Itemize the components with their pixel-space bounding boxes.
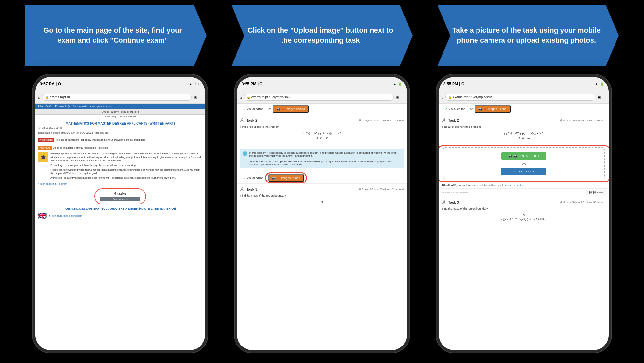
step1-text: Go to the main page of the site, find yo… [35,26,190,46]
phone2-menu-icon[interactable]: ⋮ [401,95,404,99]
step3-arrow: Take a picture of the task using your mo… [437,5,619,66]
phone1-exam-title: MATHEMATICS FOR MASTER DEGREE APPLICANTS… [38,122,202,125]
phone1-tasks-oval: 4 tasks Continue exam [94,188,146,204]
phone2-signal: ▲ 🔋 [393,82,402,86]
phone2-status-bar: 3:55 PM | O ▲ 🔋 [237,77,407,91]
phone2-info-icon: i [243,151,247,156]
phone3-attention-text: Attention! If you want to enter a soluti… [439,182,609,188]
phone2-task3-timer: 0 days 00 hour 03 minute 51 second [359,188,404,191]
step3-text: Take a picture of the task using your mo… [450,26,603,46]
phone2-images-upload-label2: 🔺 Images upload [277,176,300,180]
phone1-support2[interactable]: ● Техподдержка в телеграм [49,214,82,217]
phone3-task3-timer: 0 days 00 hour 03 minute 36 second [560,201,605,204]
phone2-task3-block: A Task 3 0 days 00 hour 03 minute 51 sec… [237,184,407,209]
phone1-note-label: Please note! [38,138,54,142]
phone1-wrapper: 3:57 PM | O ▲ ☆ □ ⌂ 🔒 exams.mipt.ru ▣ ⋮ [26,74,214,353]
phone1-note-block: Please note! The use of translators (esp… [38,136,202,143]
phone1-exam2-row: 🇬🇧 ● Техподдержка в телеграм [38,212,202,220]
phone2-task3-title: Task 3 [247,187,257,191]
phone3-home-icon[interactable]: ⌂ [442,95,444,99]
phone3-task3-math: G = {(x,y,z) ∈ ℝ³ : √(x²+y²) < z < 1 + 2… [442,213,605,222]
phone3-visual-editor-btn[interactable]: ✓ Visual editor [442,106,468,112]
phone1-exam-closed: Exam registration is closed [35,115,205,119]
phone3-use-editor-link[interactable]: use the editor. [508,184,524,187]
phone1-content: Info OWN Exams AIQ Document▾ ● — професс… [35,104,205,350]
phone2-task3-header: A Task 3 0 days 00 hour 03 minute 51 sec… [240,186,404,192]
phone3-images-upload-btn-top[interactable]: 📷 🔺 Images upload [475,105,511,113]
phone1-browser-bar[interactable]: ⌂ 🔒 exams.mipt.ru ▣ ⋮ [35,91,205,104]
phone1-menu-icon[interactable]: ⋮ [199,95,202,99]
phone3-math-formula: { y"(x) = 4/3 y'(x) = 4y(x), x > 0 y(+0)… [442,131,605,140]
phone3-problem-text: Find all solutions to the problem [442,125,605,129]
phone3-task2-header: A Task 2 0 days 00 hour 03 minute 36 sec… [442,117,605,123]
phone3-lock-icon: 🔒 [448,96,452,99]
phone2-images-upload-btn-top[interactable]: 📷 🔺 Images upload [273,105,309,113]
phone2-info-block: i In this problem it is necessary to pre… [237,145,407,172]
phone2-home-icon[interactable]: ⌂ [240,95,242,99]
phone2-toolbar-bottom: ✓ Visual editor 📷 🔺 Images upload [237,172,407,184]
phones-section: 3:57 PM | O ▲ ☆ □ ⌂ 🔒 exams.mipt.ru ▣ ⋮ [0,71,644,362]
phone2-images-upload-btn-bottom[interactable]: 📷 🔺 Images upload [268,174,304,182]
phone1-frame: 3:57 PM | O ▲ ☆ □ ⌂ 🔒 exams.mipt.ru ▣ ⋮ [33,74,208,353]
phone2-lock-icon: 🔒 [247,96,250,99]
phone2-content: ✓ Visual editor or 📷 🔺 Images upload A T… [237,104,407,350]
phone2-url-bar[interactable]: 🔒 exams.mipt.ru/olympic/solv... [244,94,394,101]
phone2-task2-title: Task 2 [247,118,257,122]
phone1-home-icon[interactable]: ⌂ [38,95,40,99]
phone2-frame: 3:55 PM | O ▲ 🔋 ⌂ 🔒 exams.mipt.ru/olympi… [235,74,409,353]
phone3-status-bar: 3:55 PM | O ▲ 🔋 [439,77,609,91]
step3-shape: Take a picture of the task using your mo… [437,5,619,66]
phone3-or-label: OR [522,162,526,165]
phone1-avatar: 🎓 [38,152,48,162]
phone1-tabs-icon[interactable]: ▣ [194,95,197,99]
phone2-visual-editor-btn2[interactable]: ✓ Visual editor [240,175,266,181]
phone3-task3-title: Task 3 [448,200,459,204]
phone2-images-upload-label: 🔺 Images upload [281,107,305,111]
phone3-task2-title: Task 2 [448,118,459,122]
phone1-tasks-container: 4 tasks Continue exam [94,188,146,204]
phone2-wrapper: 3:55 PM | O ▲ 🔋 ⌂ 🔒 exams.mipt.ru/olympi… [228,74,416,353]
phone3-take-photo-btn[interactable]: 📷 📷 TAKE A PHOTO [501,152,546,160]
phone2-or-text: or [268,107,271,111]
phone2-task2-header: A Task 2 0 days 00 hour 03 minute 51 sec… [240,117,404,123]
phone1-exam-date: 📅 23.08.2021 09:45 [38,126,202,129]
phone1-support[interactable]: ● Tech support in Telegram [38,182,202,186]
phone3-url-bar[interactable]: 🔒 exams.mipt.ru/olympic/solv… [445,94,595,101]
phone1-lock-icon: 🔒 [45,96,49,99]
phone3-time: 3:55 PM | O [443,82,465,86]
phone2-visual-editor-btn[interactable]: ✓ Visual editor [240,106,266,112]
phone3-task3-block: A Task 3 0 days 00 hour 03 minute 36 sec… [439,197,609,226]
phone3-frame: 3:55 PM | O ▲ 🔋 ⌂ 🔒 exams.mipt.ru/olympi… [436,74,611,353]
phone1-important-block: Important! Using of calculator is strict… [38,144,202,151]
phone1-exam-title2: АНГЛИЙСКИЙ ДЛЯ ПРОФЕССИОНАЛЬНЫХ ЦЕЛЕЙ (Ч… [38,207,202,210]
phone1-signal: ▲ ☆ □ [189,82,201,86]
phone1-url-text: exams.mipt.ru [50,95,70,99]
phone1-tasks-count: 4 tasks [100,192,140,195]
phone2-tabs-icon[interactable]: ▣ [396,95,399,99]
phone2-task3-math: G [240,200,404,204]
phone3-save-btn[interactable]: 💾 💾 Save [586,190,606,195]
phone3-menu-icon[interactable]: ⋮ [603,95,606,99]
phone2-url-text: exams.mipt.ru/olympic/solv... [251,95,293,99]
phone1-important-label: Important! [38,146,52,150]
phone1-url-bar[interactable]: 🔒 exams.mipt.ru [42,94,192,101]
step1-arrow: Go to the main page of the site, find yo… [25,5,207,66]
phone3-browser-bar[interactable]: ⌂ 🔒 exams.mipt.ru/olympic/solv… ▣ ⋮ [439,91,609,104]
phone3-answer-status: Answer not inputed yet [442,191,468,194]
phone1-exam-card: MATHEMATICS FOR MASTER DEGREE APPLICANTS… [35,119,205,223]
phone1-sub-header: Отбор на хату Россионального [35,109,205,115]
step2-shape: Click on the "Upload image" button next … [231,5,413,66]
phone3-upload-container: 📷 📷 TAKE A PHOTO OR SELECT FILES [441,147,607,180]
phone3-signal: ▲ 🔋 [595,82,604,86]
phone3-upload-area: 📷 📷 TAKE A PHOTO OR SELECT FILES [443,147,605,180]
step2-text: Click on the "Upload image" button next … [244,26,397,46]
phone2-images-upload-circled: 📷 🔺 Images upload [268,174,304,182]
phone3-select-files-btn[interactable]: SELECT FILES [501,168,546,175]
phone2-task3-text: Find the mass of the region boundary [240,194,404,198]
phone3-content: ✓ Visual editor or 📷 🔺 Images upload A T… [439,104,609,350]
phone1-avatar-row: 🎓 Please prepare your identification doc… [38,152,202,181]
phone1-continue-btn[interactable]: Continue exam [100,197,140,201]
phone2-time: 3:55 PM | O [242,82,263,86]
phone2-browser-bar[interactable]: ⌂ 🔒 exams.mipt.ru/olympic/solv... ▣ ⋮ [237,91,407,104]
phone3-tabs-icon[interactable]: ▣ [597,95,601,99]
